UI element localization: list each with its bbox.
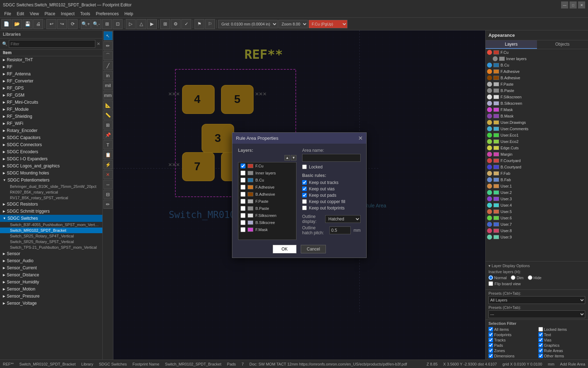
layer-userdraw-row[interactable]: User.Drawings (486, 119, 588, 126)
sf-other-checkbox[interactable] (538, 353, 543, 358)
tool4[interactable]: ⊞ (160, 19, 170, 29)
group-sensor-distance[interactable]: ▶Sensor_Distance (0, 271, 102, 278)
new-button[interactable]: 📄 (1, 19, 11, 29)
group-sdgc-schmitt[interactable]: ▶SDGC Schmitt triggers (0, 208, 102, 215)
inactive-hide-radio[interactable] (528, 275, 532, 280)
layer-inner-row[interactable]: Inner layers (486, 56, 588, 62)
group-sdgc-conn[interactable]: ▶SDGC Connectors (0, 141, 102, 148)
menu-inspect[interactable]: Inspect (58, 11, 78, 17)
layer-dropdown[interactable]: F.Cu (PgUp) (309, 20, 347, 28)
layer-user4-row[interactable]: User.4 (486, 202, 588, 208)
modal-layer-fcu-checkbox[interactable] (241, 163, 245, 168)
group-sdgc-logos[interactable]: ▶SDGC Logos_and_graphics (0, 162, 102, 169)
layer-bcu-row[interactable]: B.Cu (486, 62, 588, 68)
item-switch-mr0102[interactable]: Switch_MR0102_SPDT_Bracket (0, 228, 102, 233)
group-sdgc-mount[interactable]: ▶SDGC Mounting holes (0, 169, 102, 177)
sf-locked-checkbox[interactable] (538, 327, 543, 332)
in-tool[interactable]: in (103, 71, 113, 80)
route-tool[interactable]: ✏ (103, 41, 113, 50)
scroll-down-button[interactable]: ▼ (291, 155, 296, 161)
group-sensor-current[interactable]: ▶Sensor_Current (0, 264, 102, 271)
arc-tool[interactable]: ⌒ (103, 51, 113, 60)
item-behringer[interactable]: Behringer_dual_B10K_slide_75mm_25mW_20pc… (0, 184, 102, 189)
tool7[interactable]: ⚑ (194, 19, 204, 29)
menu-preferences[interactable]: Preferences (93, 11, 122, 17)
select-tool[interactable]: ↖ (103, 31, 113, 40)
layer-user7-row[interactable]: User.7 (486, 221, 588, 228)
sf-pads-checkbox[interactable] (488, 343, 493, 347)
layer-bcourtyard-row[interactable]: B.Courtyard (486, 164, 588, 170)
item-switch-tps21[interactable]: Switch_TPS-21_Pushbutton_SPST_mom_Vertic… (0, 245, 102, 250)
tab-objects[interactable]: Objects (537, 40, 588, 49)
line-tool[interactable]: ╱ (103, 61, 113, 70)
layer-bfab-row[interactable]: B.Fab (486, 177, 588, 183)
group-sdgc-pot[interactable]: ▼SDGC Potentiometers (0, 177, 102, 184)
group-resistor-tht[interactable]: ▶Resistor_THT (0, 56, 102, 63)
filter-clear-icon[interactable]: ✕ (97, 41, 100, 46)
scroll-up-button[interactable]: ▲ (284, 155, 290, 161)
layer-fcourtyard-row[interactable]: F.Courtyard (486, 157, 588, 164)
area-name-input[interactable] (302, 154, 361, 162)
rule-vias-checkbox[interactable] (302, 186, 307, 191)
modal-layer-fsilk-checkbox[interactable] (241, 213, 245, 218)
layer-fmask-row[interactable]: F.Mask (486, 107, 588, 113)
open-button[interactable]: 📂 (12, 19, 22, 29)
tool2[interactable]: △ (136, 19, 146, 29)
sf-graphics-checkbox[interactable] (538, 343, 543, 347)
layer-fsilk-row[interactable]: F.Silkscreen (486, 94, 588, 100)
zoom-fit-button[interactable]: ⊞ (102, 19, 112, 29)
rule-footprints-checkbox[interactable] (302, 206, 307, 210)
mm-tool[interactable]: mm (103, 91, 113, 100)
text-tool[interactable]: T (103, 140, 113, 149)
redo-button[interactable]: ↪ (57, 19, 67, 29)
group-rf-gps[interactable]: ▶RF_GPS (0, 85, 102, 92)
hatch-pitch-input[interactable] (329, 226, 351, 234)
tool5[interactable]: ⚙ (171, 19, 181, 29)
modal-layer-fpaste-checkbox[interactable] (241, 199, 245, 204)
item-switch-sr25-sp4t[interactable]: Switch_SR25_Rotary_SP4T_Vertical (0, 233, 102, 239)
sf-footprints-checkbox[interactable] (488, 332, 493, 337)
group-sensor-pressure[interactable]: ▶Sensor_Pressure (0, 293, 102, 300)
group-sdgc-switches[interactable]: ▼SDGC Switches (0, 215, 102, 222)
layer-user8-row[interactable]: User.8 (486, 228, 588, 234)
menu-file[interactable]: File (1, 11, 14, 17)
layer-display-options-title[interactable]: ▾ Layer Display Options (488, 264, 585, 268)
minimize-button[interactable]: — (561, 1, 568, 8)
group-rf-converter[interactable]: ▶RF_Converter (0, 77, 102, 85)
pencil-tool[interactable]: ✏ (103, 200, 113, 209)
layer-eco2-row[interactable]: User.Eco2 (486, 138, 588, 145)
menu-view[interactable]: View (27, 11, 42, 17)
group-rf[interactable]: ▶RF (0, 63, 102, 70)
modal-layer-inner-checkbox[interactable] (241, 171, 245, 176)
rule-tracks-checkbox[interactable] (302, 180, 307, 185)
filter-input[interactable] (9, 40, 95, 48)
undo-button[interactable]: ↩ (46, 19, 56, 29)
modal-layer-bcu-checkbox[interactable] (241, 178, 245, 183)
layer-bpaste-row[interactable]: B.Paste (486, 87, 588, 94)
menu-help[interactable]: Help (121, 11, 136, 17)
layer-eco1-row[interactable]: User.Eco1 (486, 132, 588, 138)
item-switch-b3f[interactable]: Switch_B3F-4055_Pushbutton_SPST_mom_Vert… (0, 222, 102, 228)
sf-dimensions-checkbox[interactable] (488, 353, 493, 358)
layer-fadh-row[interactable]: F.Adhesive (486, 68, 588, 75)
layer-tool[interactable]: ⚡ (103, 160, 113, 169)
cancel-button[interactable]: Cancel (301, 245, 326, 253)
sf-zones-checkbox[interactable] (488, 348, 493, 353)
dialog-close-button[interactable]: ✕ (358, 135, 363, 142)
menu-place[interactable]: Place (42, 11, 58, 17)
group-sensor-motion[interactable]: ▶Sensor_Motion (0, 286, 102, 293)
presets1-select[interactable]: All Layers (488, 296, 585, 304)
layer-user9-row[interactable]: User.9 (486, 234, 588, 240)
tab-layers[interactable]: Layers (486, 40, 537, 49)
modal-layer-fadh-checkbox[interactable] (241, 185, 245, 190)
layer-user3-row[interactable]: User.3 (486, 196, 588, 202)
tool3[interactable]: ▶ (147, 19, 157, 29)
item-rk097[interactable]: RK097_B5K_rotary_vertical (0, 189, 102, 195)
group-rf-shielding[interactable]: ▶RF_Shielding (0, 113, 102, 120)
zoom-in-button[interactable]: 🔍+ (81, 19, 91, 29)
flip-board-checkbox[interactable] (488, 281, 493, 286)
group-rf-wifi[interactable]: ▶RF_WiFi (0, 120, 102, 127)
group-rf-module[interactable]: ▶RF_Module (0, 106, 102, 113)
zoom-fit2-button[interactable]: ⊡ (113, 19, 123, 29)
group-sdgc-enc[interactable]: ▶SDGC Encoders (0, 148, 102, 155)
